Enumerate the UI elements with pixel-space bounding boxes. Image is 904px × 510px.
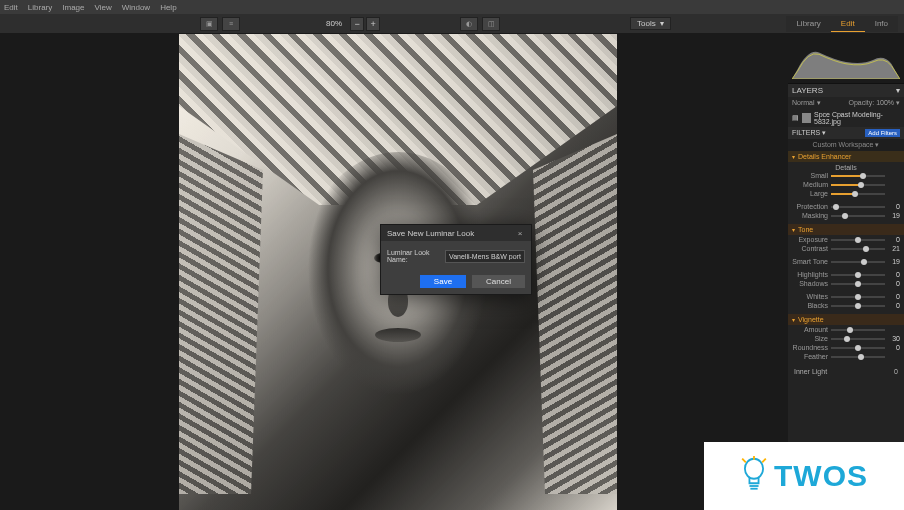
filters-header[interactable]: FILTERS ▾ bbox=[792, 129, 826, 137]
menu-library[interactable]: Library bbox=[28, 3, 52, 12]
slider-smart-tone[interactable]: Smart Tone19 bbox=[788, 257, 904, 266]
zoom-out-button[interactable]: − bbox=[350, 17, 364, 31]
layers-header[interactable]: LAYERS▾ bbox=[788, 84, 904, 97]
slider-small[interactable]: Small bbox=[788, 171, 904, 180]
opacity-control[interactable]: Opacity: 100% ▾ bbox=[849, 99, 901, 107]
svg-point-0 bbox=[745, 459, 763, 479]
compare-toggle-icon[interactable]: ◫ bbox=[482, 17, 500, 31]
preview-toggle-icon[interactable]: ◐ bbox=[460, 17, 478, 31]
toolbar: ▣ ≡ 80% − + ◐ ◫ Tools ▾ Library Edit Inf… bbox=[0, 14, 904, 34]
slider-masking[interactable]: Masking19 bbox=[788, 211, 904, 220]
watermark-text: TWOS bbox=[774, 459, 868, 493]
menu-help[interactable]: Help bbox=[160, 3, 176, 12]
blend-mode-dropdown[interactable]: Normal ▾ bbox=[792, 99, 821, 107]
layer-item[interactable]: ▤ Spce Cpast Modeling-5832.jpg bbox=[788, 109, 904, 127]
filter-tone-header[interactable]: ▾ Tone bbox=[788, 224, 904, 235]
chevron-down-icon: ▾ bbox=[896, 86, 900, 95]
workspace-dropdown[interactable]: Custom Workspace ▾ bbox=[788, 139, 904, 151]
chevron-down-icon: ▾ bbox=[660, 19, 664, 28]
chevron-down-icon: ▾ bbox=[792, 316, 795, 323]
slider-roundness[interactable]: Roundness0 bbox=[788, 343, 904, 352]
menu-view[interactable]: View bbox=[94, 3, 111, 12]
slider-exposure[interactable]: Exposure0 bbox=[788, 235, 904, 244]
look-name-label: Luminar Look Name: bbox=[387, 249, 439, 263]
inner-light-row[interactable]: Inner Light 0 bbox=[788, 365, 904, 378]
hand-tool-icon[interactable]: ≡ bbox=[222, 17, 240, 31]
crop-tool-icon[interactable]: ▣ bbox=[200, 17, 218, 31]
filter-details-enhancer-header[interactable]: ▾ Details Enhancer bbox=[788, 151, 904, 162]
svg-line-4 bbox=[762, 459, 766, 463]
slider-amount[interactable]: Amount bbox=[788, 325, 904, 334]
slider-protection[interactable]: Protection0 bbox=[788, 202, 904, 211]
slider-blacks[interactable]: Blacks0 bbox=[788, 301, 904, 310]
slider-shadows[interactable]: Shadows0 bbox=[788, 279, 904, 288]
slider-medium[interactable]: Medium bbox=[788, 180, 904, 189]
look-name-input[interactable] bbox=[445, 250, 525, 263]
filter-vignette-header[interactable]: ▾ Vignette bbox=[788, 314, 904, 325]
add-filters-button[interactable]: Add Filters bbox=[865, 129, 900, 137]
svg-line-3 bbox=[742, 459, 746, 463]
tab-library[interactable]: Library bbox=[786, 16, 830, 32]
left-strip bbox=[0, 34, 8, 510]
zoom-in-button[interactable]: + bbox=[366, 17, 380, 31]
save-button[interactable]: Save bbox=[420, 275, 466, 288]
watermark-overlay: TWOS bbox=[704, 442, 904, 510]
chevron-down-icon: ▾ bbox=[792, 153, 795, 160]
tools-dropdown[interactable]: Tools ▾ bbox=[630, 17, 671, 30]
menu-edit[interactable]: Edit bbox=[4, 3, 18, 12]
dialog-title: Save New Luminar Look bbox=[387, 229, 474, 238]
tab-edit[interactable]: Edit bbox=[831, 16, 865, 32]
zoom-value[interactable]: 80% bbox=[320, 19, 348, 28]
app-menubar: Edit Library Image View Window Help bbox=[0, 0, 904, 14]
cancel-button[interactable]: Cancel bbox=[472, 275, 525, 288]
slider-whites[interactable]: Whites0 bbox=[788, 292, 904, 301]
slider-highlights[interactable]: Highlights0 bbox=[788, 270, 904, 279]
right-panel: LAYERS▾ Normal ▾ Opacity: 100% ▾ ▤ Spce … bbox=[788, 34, 904, 510]
close-icon[interactable]: × bbox=[515, 228, 525, 238]
slider-contrast[interactable]: Contrast21 bbox=[788, 244, 904, 253]
histogram[interactable] bbox=[788, 34, 904, 84]
details-sublabel: Details bbox=[788, 162, 904, 171]
tab-info[interactable]: Info bbox=[865, 16, 898, 32]
menu-image[interactable]: Image bbox=[62, 3, 84, 12]
image-icon: ▤ bbox=[792, 114, 799, 122]
slider-large[interactable]: Large bbox=[788, 189, 904, 198]
menu-window[interactable]: Window bbox=[122, 3, 150, 12]
lightbulb-icon bbox=[740, 456, 768, 496]
slider-size[interactable]: Size30 bbox=[788, 334, 904, 343]
save-look-dialog: Save New Luminar Look × Luminar Look Nam… bbox=[380, 224, 532, 295]
chevron-down-icon: ▾ bbox=[792, 226, 795, 233]
slider-feather[interactable]: Feather bbox=[788, 352, 904, 361]
